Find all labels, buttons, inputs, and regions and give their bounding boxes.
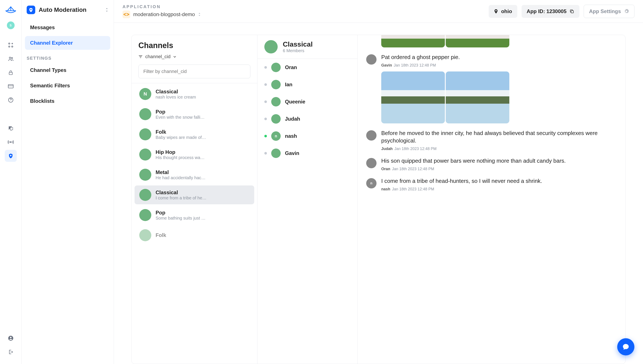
message-avatar <box>366 54 376 64</box>
channel-name: Classical <box>156 89 250 95</box>
presence-dot <box>264 152 267 154</box>
message-row: Before he moved to the inner city, he ha… <box>366 130 617 151</box>
message-timestamp: Jan 18th 2023 12:48 PM <box>394 146 437 151</box>
channel-name: Metal <box>156 169 250 175</box>
nav-messages[interactable]: Messages <box>25 20 110 34</box>
app-settings-button[interactable]: App Settings <box>584 5 634 18</box>
nav-channel-explorer[interactable]: Channel Explorer <box>25 36 110 50</box>
moderation-icon <box>27 6 35 14</box>
channel-item[interactable]: MetalHe had accidentally hac… <box>134 165 254 184</box>
channel-list[interactable]: N Classicalnash loves ice cream PopEven … <box>131 83 257 364</box>
rail-chat-icon[interactable] <box>5 122 17 134</box>
channel-name: Classical <box>156 190 250 196</box>
filter-input[interactable] <box>138 64 250 78</box>
logo-icon[interactable] <box>5 5 17 14</box>
channel-name: Pop <box>156 210 250 216</box>
message-text: Pat ordered a ghost pepper pie. <box>381 54 617 61</box>
presence-dot <box>264 66 267 69</box>
member-item[interactable]: Oran <box>258 59 357 76</box>
member-item[interactable]: nnash <box>258 128 357 145</box>
svg-point-12 <box>30 9 32 10</box>
member-avatar <box>271 63 281 72</box>
member-item[interactable]: Gavin <box>258 145 357 162</box>
presence-dot <box>264 83 267 86</box>
channel-item[interactable]: Folk <box>134 226 254 245</box>
nav-semantic-filters[interactable]: Semantic Filters <box>25 79 110 92</box>
channel-item[interactable]: FolkBaby wipes are made of… <box>134 125 254 144</box>
message-author: Judah <box>381 146 393 151</box>
channel-header-avatar <box>264 40 278 54</box>
svg-point-0 <box>9 43 10 44</box>
svg-rect-14 <box>571 10 573 13</box>
chat-icon <box>622 343 630 351</box>
channel-avatar <box>139 128 151 140</box>
filter-label: channel_cid <box>145 54 170 60</box>
nav-channel-types[interactable]: Channel Types <box>25 63 110 77</box>
rail-users-icon[interactable] <box>5 53 17 65</box>
rail-logout-icon[interactable] <box>5 346 17 358</box>
member-name: Judah <box>285 116 300 122</box>
filter-dropdown[interactable]: channel_cid <box>131 52 257 62</box>
channel-item[interactable]: N Classicalnash loves ice cream <box>134 84 254 104</box>
channel-avatar <box>139 209 151 221</box>
app-switch-icon[interactable] <box>198 12 201 16</box>
svg-point-3 <box>9 57 11 58</box>
chat-fab[interactable] <box>617 338 634 356</box>
messages-column[interactable]: Pat ordered a ghost pepper pie. GavinJan… <box>358 35 625 364</box>
workspace-avatar[interactable]: S <box>7 22 15 29</box>
member-name: Gavin <box>285 150 299 156</box>
members-column: Classical 6 Members Oran Ian Queenie Jud… <box>258 35 358 364</box>
member-avatar <box>271 148 281 158</box>
rail-apps-icon[interactable] <box>5 39 17 51</box>
rail-moderation-icon[interactable] <box>5 150 17 162</box>
channels-column: Channels channel_cid N Classicalnash lov… <box>131 35 258 364</box>
channel-avatar <box>139 189 151 201</box>
member-item[interactable]: Judah <box>258 110 357 128</box>
svg-point-8 <box>10 142 11 143</box>
channel-avatar <box>139 229 151 241</box>
channel-preview: nash loves ice cream <box>156 95 250 100</box>
rail-help-icon[interactable] <box>5 94 17 106</box>
member-item[interactable]: Queenie <box>258 93 357 110</box>
channel-name: Folk <box>156 232 250 238</box>
presence-dot <box>264 118 267 120</box>
channel-avatar <box>139 148 151 160</box>
svg-point-13 <box>495 10 497 12</box>
rail-broadcast-icon[interactable] <box>5 136 17 148</box>
message-attachment <box>381 35 617 48</box>
channel-name: Hip Hop <box>156 149 250 155</box>
svg-point-2 <box>12 46 13 47</box>
message-avatar <box>366 158 376 168</box>
region-pill[interactable]: ohio <box>489 5 517 18</box>
channel-preview: His thought process wa… <box>156 155 250 160</box>
channel-item[interactable]: ClassicalI come from a tribe of he… <box>134 186 254 204</box>
member-avatar <box>271 97 281 106</box>
filter-icon <box>138 55 143 58</box>
member-item[interactable]: Ian <box>258 76 357 93</box>
app-id-label: App ID: 1230005 <box>527 8 566 14</box>
message-author: Gavin <box>381 63 392 68</box>
chevron-down-icon <box>173 55 176 58</box>
message-row: His son quipped that power bars were not… <box>366 157 617 171</box>
message-avatar: n <box>366 178 376 188</box>
rail-lock-icon[interactable] <box>5 66 17 78</box>
message-author: nash <box>381 187 390 191</box>
svg-point-9 <box>10 155 12 156</box>
channel-header-name: Classical <box>283 40 313 48</box>
message-row: Pat ordered a ghost pepper pie. GavinJan… <box>366 54 617 68</box>
message-text: His son quipped that power bars were not… <box>381 157 617 164</box>
channel-item[interactable]: PopEven with the snow falli… <box>134 105 254 124</box>
app-selector[interactable]: Auto Moderation <box>22 0 114 20</box>
rail-account-icon[interactable] <box>5 332 17 344</box>
message-timestamp: Jan 18th 2023 12:48 PM <box>394 63 436 68</box>
member-avatar <box>271 80 281 89</box>
channel-item[interactable]: PopSome bathing suits just … <box>134 206 254 224</box>
channel-name: Pop <box>156 109 250 115</box>
app-id-pill[interactable]: App ID: 1230005 <box>522 5 579 18</box>
presence-dot <box>264 135 267 137</box>
channel-item[interactable]: Hip HopHis thought process wa… <box>134 145 254 164</box>
rail-billing-icon[interactable] <box>5 80 17 92</box>
message-text: Before he moved to the inner city, he ha… <box>381 130 617 144</box>
nav-blocklists[interactable]: Blocklists <box>25 94 110 108</box>
gear-icon <box>624 9 629 14</box>
